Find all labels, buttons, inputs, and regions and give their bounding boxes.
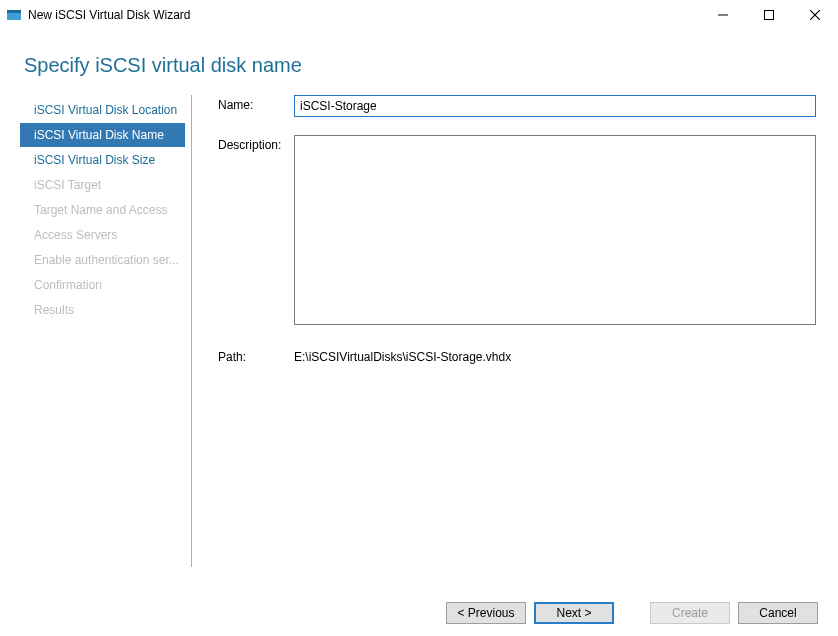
svg-rect-1 [7, 10, 21, 13]
description-label: Description: [218, 135, 294, 152]
close-button[interactable] [792, 0, 838, 30]
step-target-name-and-access: Target Name and Access [20, 198, 185, 222]
wizard-footer: < Previous Next > Create Cancel [0, 590, 838, 636]
step-results: Results [20, 298, 185, 322]
previous-button[interactable]: < Previous [446, 602, 526, 624]
path-value: E:\iSCSIVirtualDisks\iSCSI-Storage.vhdx [294, 347, 816, 364]
step-confirmation: Confirmation [20, 273, 185, 297]
minimize-button[interactable] [700, 0, 746, 30]
create-button: Create [650, 602, 730, 624]
step-iscsi-virtual-disk-location[interactable]: iSCSI Virtual Disk Location [20, 98, 185, 122]
step-iscsi-target: iSCSI Target [20, 173, 185, 197]
next-button[interactable]: Next > [534, 602, 614, 624]
path-label: Path: [218, 347, 294, 364]
step-access-servers: Access Servers [20, 223, 185, 247]
wizard-heading: Specify iSCSI virtual disk name [0, 30, 838, 87]
description-input[interactable] [294, 135, 816, 325]
name-input[interactable] [294, 95, 816, 117]
maximize-button[interactable] [746, 0, 792, 30]
wizard-step-list: iSCSI Virtual Disk Location iSCSI Virtua… [10, 95, 192, 567]
wizard-app-icon [6, 7, 22, 23]
window-title: New iSCSI Virtual Disk Wizard [28, 8, 190, 22]
svg-rect-3 [765, 11, 774, 20]
name-label: Name: [218, 95, 294, 112]
step-enable-authentication: Enable authentication ser... [20, 248, 185, 272]
cancel-button[interactable]: Cancel [738, 602, 818, 624]
step-iscsi-virtual-disk-name[interactable]: iSCSI Virtual Disk Name [20, 123, 185, 147]
form-area: Name: Description: Path: E:\iSCSIVirtual… [192, 95, 816, 567]
titlebar: New iSCSI Virtual Disk Wizard [0, 0, 838, 30]
step-iscsi-virtual-disk-size[interactable]: iSCSI Virtual Disk Size [20, 148, 185, 172]
